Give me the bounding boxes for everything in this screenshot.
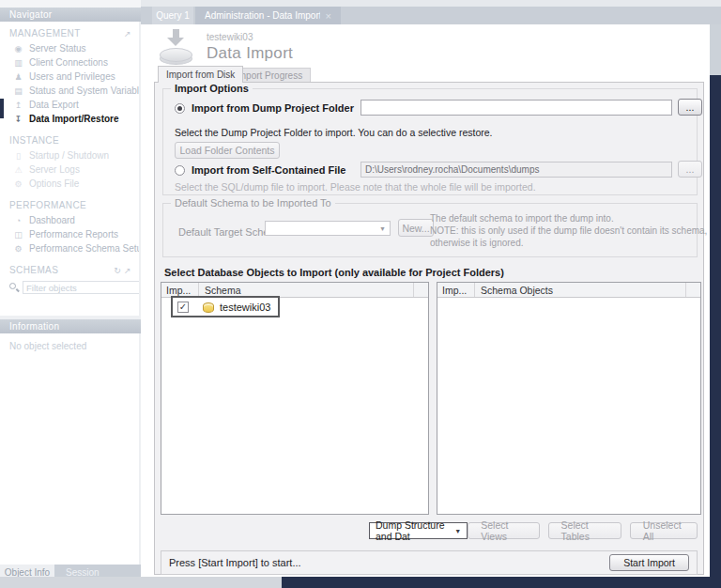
col-schema: Schema: [199, 285, 413, 296]
information-header: Information: [0, 319, 141, 333]
section-instance: INSTANCE: [0, 126, 139, 148]
schema-name: testewiki03: [220, 302, 270, 313]
navigator-title: Navigator: [9, 9, 53, 20]
select-views-button[interactable]: Select Views: [468, 522, 539, 539]
col-import: Imp...: [437, 283, 475, 297]
page-title: Data Import: [207, 44, 293, 63]
sidebar-item-users-privileges[interactable]: ♟ Users and Privileges: [0, 70, 139, 84]
radio-import-dump-folder[interactable]: Import from Dump Project Folder: [175, 102, 354, 114]
data-import-icon: ↧: [12, 115, 24, 124]
status-text: Press [Start Import] to start...: [169, 557, 301, 568]
sidebar-top-strip: [0, 0, 141, 8]
close-icon[interactable]: ×: [326, 10, 331, 22]
information-panel: No object selected: [0, 333, 139, 565]
footer-bar: Press [Start Import] to start... Start I…: [161, 550, 698, 575]
section-management: MANAGEMENT ↗: [0, 22, 139, 41]
main-area: Query 1 Administration - Data Import/Res…: [141, 0, 721, 588]
schema-table-header: Imp... Schema: [161, 283, 428, 298]
no-object-text: No object selected: [0, 333, 139, 359]
dump-type-dropdown[interactable]: Dump Structure and Dat ▼: [369, 522, 468, 539]
sidebar-item-data-export[interactable]: ↥ Data Export: [0, 98, 139, 112]
self-contained-file-field[interactable]: [360, 162, 672, 178]
unselect-all-button[interactable]: Unselect All: [630, 522, 698, 539]
schema-objects-header: Imp... Schema Objects: [437, 283, 700, 298]
header-schema-name: testewiki03: [207, 32, 293, 42]
default-schema-note: The default schema to import the dump in…: [430, 212, 707, 249]
users-icon: ♟: [12, 72, 24, 82]
folder-hint-text: Select the Dump Project Folder to import…: [175, 127, 493, 138]
chevron-down-icon: ▼: [379, 225, 390, 232]
navigator-header: Navigator: [0, 8, 141, 22]
information-title: Information: [9, 321, 59, 332]
sidebar-item-client-connections[interactable]: ▥ Client Connections: [0, 55, 139, 70]
server-status-icon: ◉: [12, 44, 24, 54]
table-row-testewiki03[interactable]: ✓ testewiki03: [161, 298, 428, 317]
window-edge-right: [710, 75, 721, 577]
tab-administration-data-import[interactable]: Administration - Data Import/Res... ×: [195, 7, 341, 24]
col-import: Imp...: [161, 283, 199, 297]
new-schema-button[interactable]: New...: [398, 219, 434, 237]
expand-icon[interactable]: ↗: [124, 266, 131, 275]
import-form-panel: Import Options Import from Dump Project …: [154, 82, 704, 575]
sidebar-item-performance-reports[interactable]: ◫ Performance Reports: [0, 227, 139, 241]
right-gutter: [710, 24, 721, 75]
select-tables-button[interactable]: Select Tables: [548, 522, 621, 539]
schemas-title: SCHEMAS: [9, 265, 58, 275]
section-performance: PERFORMANCE: [0, 191, 139, 213]
select-objects-title: Select Database Objects to Import (only …: [164, 267, 504, 278]
sidebar-item-server-logs[interactable]: ⚠ Server Logs: [0, 162, 139, 177]
sidebar-item-options-file[interactable]: ⚙ Options File: [0, 177, 139, 191]
import-options-group: Import Options Import from Dump Project …: [162, 88, 698, 195]
import-options-title: Import Options: [171, 83, 253, 94]
page-header: testewiki03 Data Import: [158, 29, 293, 65]
navigator-body: MANAGEMENT ↗ ◉ Server Status ▥ Client Co…: [0, 22, 139, 316]
browse-file-button[interactable]: ...: [678, 161, 702, 178]
table-controls-row: Dump Structure and Dat ▼ Select Views Se…: [369, 522, 698, 539]
chevron-down-icon: ▼: [454, 528, 461, 534]
editor-tabbar: Query 1 Administration - Data Import/Res…: [141, 7, 721, 24]
checkbox-checked[interactable]: ✓: [177, 302, 189, 313]
sidebar-item-performance-schema-setup[interactable]: ⚙ Performance Schema Setup: [0, 241, 139, 255]
tab-query-1[interactable]: Query 1: [152, 7, 193, 24]
sidebar-item-dashboard[interactable]: ◔ Dashboard: [0, 213, 139, 227]
window-edge-bottom: [282, 577, 721, 588]
schema-db-icon: [203, 302, 214, 313]
data-export-icon: ↥: [12, 101, 24, 110]
dump-folder-path-field[interactable]: [360, 100, 672, 116]
schema-setup-icon: ⚙: [12, 244, 24, 254]
active-item-indicator: [0, 99, 4, 118]
main-top-strip: [141, 0, 721, 7]
radio-import-self-contained[interactable]: Import from Self-Contained File: [175, 164, 345, 176]
col-schema-objects: Schema Objects: [475, 285, 685, 296]
schema-filter-row: [9, 281, 131, 294]
search-icon: [9, 283, 19, 292]
client-connections-icon: ▥: [12, 58, 24, 68]
navigator-sidebar: Navigator MANAGEMENT ↗ ◉ Server Status ▥…: [0, 0, 141, 588]
sidebar-item-startup-shutdown[interactable]: ▯ Startup / Shutdown: [0, 148, 139, 162]
sidebar-item-server-status[interactable]: ◉ Server Status: [0, 41, 139, 55]
schema-objects-table: Imp... Schema Objects: [437, 282, 701, 515]
refresh-icon[interactable]: ↻: [114, 266, 121, 275]
file-hint-text: Select the SQL/dump file to import. Plea…: [175, 181, 536, 193]
server-logs-icon: ⚠: [12, 165, 24, 175]
reports-icon: ◫: [12, 230, 24, 240]
management-title: MANAGEMENT: [9, 28, 81, 39]
schema-select-table: Imp... Schema ✓ testewiki03: [161, 282, 429, 515]
browse-folder-button[interactable]: ...: [678, 99, 702, 116]
load-folder-contents-button[interactable]: Load Folder Contents: [175, 142, 280, 159]
expand-icon[interactable]: ↗: [124, 29, 131, 39]
default-schema-combo[interactable]: ▼: [265, 221, 391, 236]
schema-filter-input[interactable]: [23, 281, 139, 294]
radio-selected-icon[interactable]: [175, 103, 185, 114]
radio-unselected-icon[interactable]: [175, 165, 185, 176]
start-import-button[interactable]: Start Import: [609, 554, 689, 571]
startup-shutdown-icon: ▯: [12, 151, 24, 161]
section-schemas: SCHEMAS ↻ ↗: [0, 255, 139, 278]
default-schema-title: Default Schema to be Imported To: [171, 197, 335, 209]
variables-icon: ▤: [12, 86, 24, 96]
tab-import-from-disk[interactable]: Import from Disk: [158, 66, 243, 83]
sidebar-item-data-import-restore[interactable]: ↧ Data Import/Restore: [0, 112, 139, 126]
sidebar-item-status-variables[interactable]: ▤ Status and System Variables: [0, 84, 139, 98]
default-schema-group: Default Schema to be Imported To Default…: [162, 203, 698, 257]
data-import-header-icon: [158, 29, 195, 65]
